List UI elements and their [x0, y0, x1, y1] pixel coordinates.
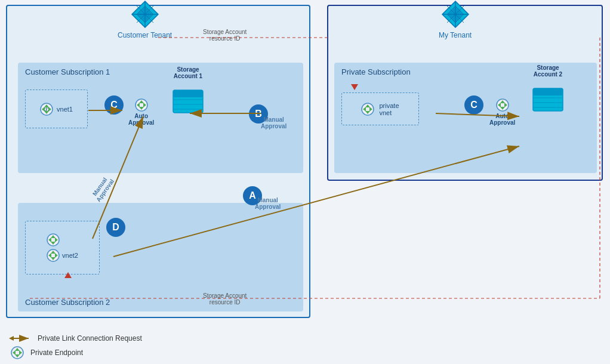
- resource-id-top: Storage Accountresource ID: [203, 29, 247, 42]
- pe-icon-vnet1: </>: [40, 103, 53, 116]
- private-vnet-box: privatevnet: [341, 92, 419, 125]
- vnet1-label: vnet1: [57, 106, 73, 113]
- vnet2-label: vnet2: [62, 252, 78, 259]
- svg-marker-65: [9, 336, 14, 341]
- customer-tenant-box: Customer Tenant Customer Subscription 1 …: [6, 5, 310, 318]
- legend-pe-icon: [9, 346, 26, 359]
- legend-private-link-label: Private Link Connection Request: [38, 334, 142, 343]
- legend-private-endpoint: Private Endpoint: [9, 346, 142, 359]
- pe-icon-auto1: [135, 98, 148, 112]
- red-triangle-down-private: [351, 84, 358, 92]
- legend: Private Link Connection Request Private …: [9, 334, 142, 359]
- manual-approval-a: ManualApproval: [255, 197, 281, 210]
- storage-account-1-box: StorageAccount 1: [170, 85, 206, 124]
- diagram-area: Customer Tenant Customer Subscription 1 …: [0, 0, 610, 331]
- my-tenant-icon: My Tenant: [439, 0, 472, 39]
- storage-account-1-label: StorageAccount 1: [167, 66, 209, 79]
- storage-account-2-label: StorageAccount 2: [527, 64, 569, 78]
- private-vnet-label: privatevnet: [379, 102, 399, 116]
- pe-icon-vnet2-top: [47, 233, 60, 246]
- manual-approval-d: ManualApproval: [90, 174, 115, 203]
- legend-arrow-icon: [9, 334, 33, 343]
- my-tenant-label: My Tenant: [439, 31, 472, 39]
- pe-icon-auto-private: [496, 98, 509, 112]
- vnet1-box: </> vnet1: [25, 90, 88, 128]
- legend-private-endpoint-label: Private Endpoint: [30, 348, 83, 357]
- customer-tenant-icon: Customer Tenant: [118, 0, 172, 39]
- storage-account-2-box: StorageAccount 2: [530, 84, 566, 122]
- svg-rect-49: [533, 88, 563, 95]
- storage-icon-1: [172, 85, 204, 118]
- badge-c-sub1: C: [104, 95, 124, 115]
- auto-approval-sub1: AutoApproval: [128, 98, 154, 126]
- manual-approval-b: ManualApproval: [261, 116, 286, 129]
- auto-approval-private: AutoApproval: [489, 98, 515, 126]
- private-subscription: Private Subscription privatevnet C: [334, 63, 597, 173]
- customer-subscription-2: vnet2 D Customer Subscription 2: [18, 203, 303, 311]
- pe-icon-vnet2-bottom: [47, 249, 60, 262]
- private-sub-label: Private Subscription: [341, 67, 411, 76]
- badge-c-private: C: [464, 95, 483, 115]
- customer-tenant-label: Customer Tenant: [118, 31, 172, 39]
- storage-icon-2: [532, 84, 564, 116]
- red-triangle-up-vnet2: [64, 272, 72, 280]
- resource-id-bottom: Storage Accountresource ID: [203, 292, 247, 306]
- cust-sub2-label: Customer Subscription 2: [25, 298, 110, 307]
- pe-icon-private-vnet: [361, 103, 374, 116]
- badge-d: D: [106, 218, 125, 237]
- legend-private-link: Private Link Connection Request: [9, 334, 142, 343]
- auto-approval-sub1-label: AutoApproval: [128, 113, 154, 126]
- auto-approval-private-label: AutoApproval: [489, 113, 515, 126]
- my-tenant-box: My Tenant Private Subscription privatevn…: [327, 5, 603, 181]
- svg-rect-18: [173, 90, 203, 97]
- vnet2-box: vnet2: [25, 221, 100, 274]
- cust-sub1-label: Customer Subscription 1: [25, 67, 110, 76]
